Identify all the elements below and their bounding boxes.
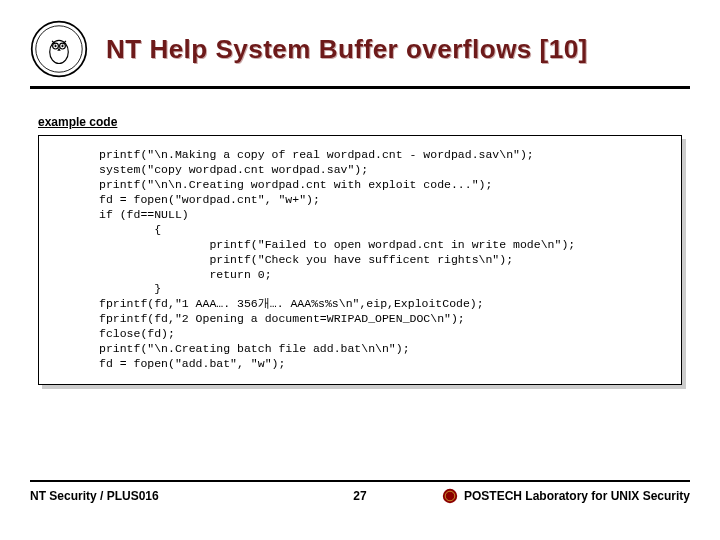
- svg-point-2: [50, 40, 69, 63]
- code-box: printf("\n.Making a copy of real wordpad…: [38, 135, 682, 385]
- footer-right-text: POSTECH Laboratory for UNIX Security: [464, 489, 690, 503]
- code-content: printf("\n.Making a copy of real wordpad…: [99, 148, 669, 372]
- footer-page-number: 27: [330, 489, 390, 503]
- footer-right: POSTECH Laboratory for UNIX Security: [390, 488, 690, 504]
- svg-point-6: [61, 45, 63, 47]
- slide: NT Help System Buffer overflows [10] exa…: [0, 0, 720, 540]
- footer-seal-icon: [442, 488, 458, 504]
- slide-header: NT Help System Buffer overflows [10]: [30, 20, 690, 89]
- section-label: example code: [38, 115, 690, 129]
- slide-title: NT Help System Buffer overflows [10]: [106, 34, 588, 65]
- owl-seal-logo: [30, 20, 88, 78]
- slide-footer: NT Security / PLUS016 27 POSTECH Laborat…: [30, 480, 690, 504]
- footer-left: NT Security / PLUS016: [30, 489, 330, 503]
- svg-point-5: [54, 45, 56, 47]
